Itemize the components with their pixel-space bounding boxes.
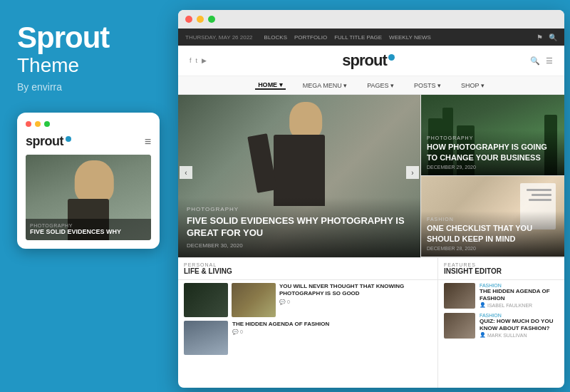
hero-next-arrow[interactable]: › bbox=[406, 166, 419, 179]
browser-nav: HOME ▾ MEGA MENU ▾ PAGES ▾ POSTS ▾ SHOP … bbox=[178, 76, 564, 95]
insight-item-2-content: FASHION QUIZ: HOW MUCH DO YOU KNOW ABOUT… bbox=[480, 313, 559, 338]
header-logo-container: sprout bbox=[342, 51, 394, 70]
content-bottom: PERSONAL LIFE & LIVING bbox=[178, 257, 564, 388]
hero-card-1-date: DECEMBER 29, 2020 bbox=[427, 165, 559, 170]
hero-main-date: DECEMBER 30, 2020 bbox=[187, 242, 412, 249]
mobile-hero-overlay: PHOTOGRAPHY FIVE SOLID EVIDENCES WHY bbox=[26, 219, 151, 240]
life-living-section: PERSONAL LIFE & LIVING bbox=[178, 258, 437, 388]
comment-icon-2: 💬 bbox=[232, 329, 239, 334]
browser-max-dot[interactable] bbox=[208, 16, 215, 23]
life-living-item-1-content: YOU WILL NEVER THOUGHT THAT KNOWING PHOT… bbox=[279, 283, 432, 317]
nav-mega[interactable]: MEGA MENU ▾ bbox=[300, 82, 351, 89]
insight-item-2-meta: 👤 MARK SULLIVAN bbox=[480, 332, 559, 338]
hero-prev-arrow[interactable]: ‹ bbox=[180, 166, 192, 179]
header-icons: 🔍 ☰ bbox=[530, 56, 553, 66]
topbar-links: BLOCKS PORTFOLIO FULL TITLE PAGE WEEKLY … bbox=[264, 34, 431, 41]
mobile-logo: sprout bbox=[26, 134, 71, 149]
insight-item-1-author: ISABEL FAULKNER bbox=[487, 303, 532, 308]
insight-item-2-img bbox=[444, 313, 475, 339]
topbar-search-icon[interactable]: 🔍 bbox=[549, 33, 557, 41]
nav-home[interactable]: HOME ▾ bbox=[255, 81, 286, 90]
hero-right-cards: PHOTOGRAPHY HOW PHOTOGRAPHY IS GOING TO … bbox=[420, 95, 564, 257]
header-logo: sprout bbox=[342, 51, 394, 70]
content-top: ‹ › PHOTOGRAPHY FIVE SOLID EVIDENCES WHY… bbox=[178, 95, 564, 257]
hero-card-2-overlay: FASHION ONE CHECKLIST THAT YOU SHOULD KE… bbox=[421, 211, 564, 257]
hero-main-category: PHOTOGRAPHY bbox=[187, 206, 412, 212]
life-living-items: YOU WILL NEVER THOUGHT THAT KNOWING PHOT… bbox=[178, 280, 437, 361]
hero-main-img: ‹ › PHOTOGRAPHY FIVE SOLID EVIDENCES WHY… bbox=[178, 95, 420, 257]
brand-subtitle: Theme bbox=[17, 54, 160, 77]
youtube-icon[interactable]: ▶ bbox=[202, 57, 207, 64]
life-living-images-row: YOU WILL NEVER THOUGHT THAT KNOWING PHOT… bbox=[184, 283, 432, 317]
life-living-item-2-title: THE HIDDEN AGENDA OF FASHION bbox=[232, 321, 329, 328]
browser-header: f t ▶ sprout 🔍 ☰ bbox=[178, 46, 564, 76]
hero-overlay: PHOTOGRAPHY FIVE SOLID EVIDENCES WHY PHO… bbox=[178, 197, 420, 257]
life-living-item-2-meta: 💬 0 bbox=[232, 329, 329, 335]
insight-item-1-category: FASHION bbox=[480, 283, 559, 288]
mobile-mockup: sprout ≡ PHOTOGRAPHY FIVE SOLID EVIDENCE… bbox=[17, 113, 160, 249]
author-icon-2: 👤 bbox=[480, 332, 486, 338]
comment-icon-1: 💬 bbox=[279, 299, 286, 304]
topbar-link-portfolio[interactable]: PORTFOLIO bbox=[294, 34, 327, 41]
mobile-hero-category: PHOTOGRAPHY bbox=[30, 223, 147, 228]
life-living-item-2-content: THE HIDDEN AGENDA OF FASHION 💬 0 bbox=[232, 321, 329, 335]
browser-titlebar bbox=[178, 10, 564, 29]
hero-card-2: FASHION ONE CHECKLIST THAT YOU SHOULD KE… bbox=[421, 176, 564, 257]
mobile-hero-title: FIVE SOLID EVIDENCES WHY bbox=[30, 228, 147, 236]
browser-min-dot[interactable] bbox=[197, 16, 204, 23]
life-living-title: LIFE & LIVING bbox=[184, 267, 432, 275]
browser-close-dot[interactable] bbox=[185, 16, 192, 23]
mobile-min-dot bbox=[35, 121, 41, 127]
insight-item-2: FASHION QUIZ: HOW MUCH DO YOU KNOW ABOUT… bbox=[444, 313, 559, 339]
header-logo-dot bbox=[388, 54, 395, 61]
header-social: f t ▶ bbox=[190, 57, 207, 64]
brand-by: By envirra bbox=[17, 81, 160, 93]
mobile-max-dot bbox=[44, 121, 50, 127]
mobile-logo-accent-dot bbox=[66, 136, 71, 142]
insight-label: FEATURES bbox=[444, 262, 559, 267]
full-content: ‹ › PHOTOGRAPHY FIVE SOLID EVIDENCES WHY… bbox=[178, 95, 564, 388]
mobile-header: sprout ≡ bbox=[26, 134, 151, 149]
insight-item-1-content: FASHION THE HIDDEN AGENDA OF FASHION 👤 I… bbox=[480, 283, 559, 308]
header-menu-icon[interactable]: ☰ bbox=[546, 56, 553, 66]
insight-item-1-meta: 👤 ISABEL FAULKNER bbox=[480, 302, 559, 308]
insight-title: INSIGHT EDITOR bbox=[444, 267, 559, 275]
header-logo-text: sprout bbox=[342, 51, 386, 70]
browser-panel: THURSDAY, MAY 26 2022 BLOCKS PORTFOLIO F… bbox=[178, 10, 564, 388]
life-living-header: PERSONAL LIFE & LIVING bbox=[178, 258, 437, 280]
brand-title: Sprout bbox=[17, 21, 160, 54]
topbar-link-fulltitle[interactable]: FULL TITLE PAGE bbox=[334, 34, 382, 41]
topbar-link-weekly[interactable]: WEEKLY NEWS bbox=[389, 34, 431, 41]
hero-main-image-area: ‹ › PHOTOGRAPHY FIVE SOLID EVIDENCES WHY… bbox=[178, 95, 420, 257]
mobile-close-dot bbox=[26, 121, 31, 127]
life-living-img-2 bbox=[232, 283, 276, 317]
hero-card-1-title: HOW PHOTOGRAPHY IS GOING TO CHANGE YOUR … bbox=[427, 142, 559, 163]
insight-item-2-category: FASHION bbox=[480, 313, 559, 318]
insight-section: FEATURES INSIGHT EDITOR FASHION THE HIDD… bbox=[437, 258, 564, 388]
life-living-item-1-title: YOU WILL NEVER THOUGHT THAT KNOWING PHOT… bbox=[279, 283, 432, 298]
mobile-menu-icon[interactable]: ≡ bbox=[145, 135, 151, 148]
facebook-icon[interactable]: f bbox=[190, 57, 192, 64]
insight-item-1-img bbox=[444, 283, 475, 309]
insight-item-1: FASHION THE HIDDEN AGENDA OF FASHION 👤 I… bbox=[444, 283, 559, 309]
header-search-icon[interactable]: 🔍 bbox=[530, 56, 540, 66]
hero-main-title: FIVE SOLID EVIDENCES WHY PHOTOGRAPHY IS … bbox=[187, 215, 412, 239]
browser-content: ‹ › PHOTOGRAPHY FIVE SOLID EVIDENCES WHY… bbox=[178, 95, 564, 388]
author-icon-1: 👤 bbox=[480, 302, 486, 308]
life-living-img-2-bg bbox=[232, 283, 276, 317]
nav-shop[interactable]: SHOP ▾ bbox=[458, 82, 487, 89]
life-living-img-1 bbox=[184, 283, 228, 317]
insight-items: FASHION THE HIDDEN AGENDA OF FASHION 👤 I… bbox=[438, 280, 564, 346]
mobile-logo-text: sprout bbox=[26, 134, 63, 149]
life-living-item-1-meta: 💬 0 bbox=[279, 299, 432, 305]
mobile-hero-image: PHOTOGRAPHY FIVE SOLID EVIDENCES WHY bbox=[26, 155, 151, 240]
topbar-date: THURSDAY, MAY 26 2022 bbox=[185, 34, 253, 41]
nav-pages[interactable]: PAGES ▾ bbox=[364, 82, 397, 89]
hero-card-1: PHOTOGRAPHY HOW PHOTOGRAPHY IS GOING TO … bbox=[421, 95, 564, 176]
nav-posts[interactable]: POSTS ▾ bbox=[411, 82, 444, 89]
twitter-icon[interactable]: t bbox=[196, 57, 198, 64]
life-living-img-3 bbox=[184, 321, 228, 355]
topbar-link-blocks[interactable]: BLOCKS bbox=[264, 34, 287, 41]
topbar-icons: ⚑ 🔍 bbox=[537, 33, 557, 41]
hero-card-2-title: ONE CHECKLIST THAT YOU SHOULD KEEP IN MI… bbox=[427, 223, 559, 244]
